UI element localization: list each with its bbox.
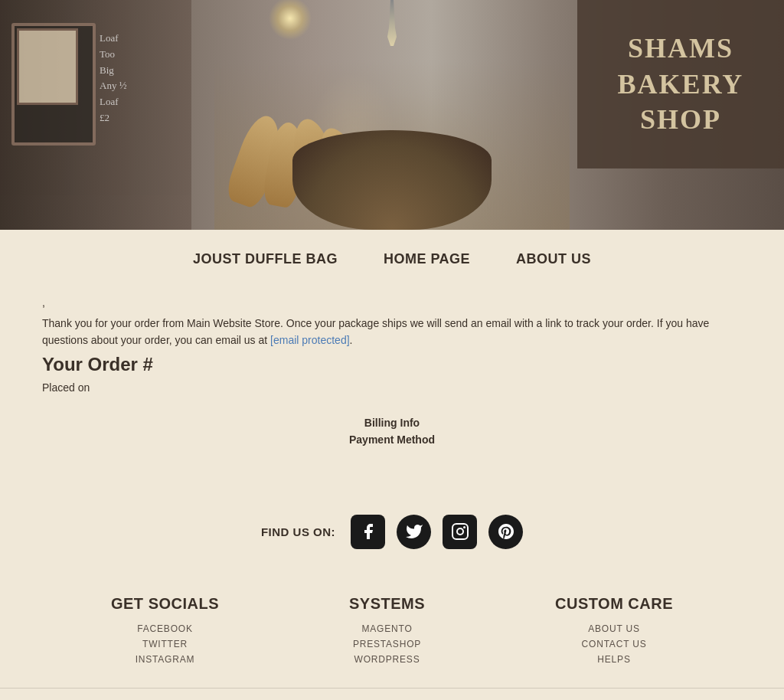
footer-link-about[interactable]: ABOUT US (555, 623, 673, 634)
footer-columns: GET SOCIALS FACEBOOK TWITTER INSTAGRAM S… (0, 580, 784, 688)
footer-link-instagram[interactable]: INSTAGRAM (111, 654, 219, 665)
svg-point-1 (457, 528, 463, 535)
comma-char: , (42, 296, 742, 309)
copyright-bar: COPYRIGHT ©2020 Magezon Themes Email, IN… (0, 688, 784, 700)
nav-item-duffle[interactable]: JOUST DUFFLE BAG (193, 251, 338, 267)
nav-item-about[interactable]: ABOUT US (516, 251, 591, 267)
main-nav: JOUST DUFFLE BAG HOME PAGE ABOUT US (0, 230, 784, 289)
order-details: Billing Info Payment Method (42, 417, 742, 446)
find-us-label: FIND US ON: (261, 525, 335, 538)
payment-method-label: Payment Method (349, 433, 435, 446)
main-content: , Thank you for your order from Main Web… (0, 289, 784, 499)
footer-col-systems: SYSTEMS MAGENTO PRESTASHOP WORDPRESS (349, 595, 425, 665)
hero-bread-area (214, 61, 570, 230)
footer-col-socials-title: GET SOCIALS (111, 595, 219, 613)
hero-chalkboard-text: LoafTooBigAny ½Loaf£2 (100, 31, 126, 126)
svg-point-2 (463, 526, 466, 528)
footer-col-care-title: CUSTOM CARE (555, 595, 673, 613)
hero-title: SHAMS BAKERY SHOP (618, 31, 744, 138)
footer-link-helps[interactable]: HELPS (555, 654, 673, 665)
billing-info-label: Billing Info (364, 417, 420, 429)
footer-col-systems-title: SYSTEMS (349, 595, 425, 613)
footer-link-twitter[interactable]: TWITTER (111, 639, 219, 649)
footer-col-care: CUSTOM CARE ABOUT US CONTACT US HELPS (555, 595, 673, 665)
svg-rect-0 (452, 524, 468, 539)
order-message: Thank you for your order from Main Websi… (42, 315, 742, 349)
footer-col-care-links: ABOUT US CONTACT US HELPS (555, 623, 673, 665)
footer-col-socials-links: FACEBOOK TWITTER INSTAGRAM (111, 623, 219, 665)
footer-link-facebook[interactable]: FACEBOOK (111, 623, 219, 634)
footer-col-systems-links: MAGENTO PRESTASHOP WORDPRESS (349, 623, 425, 665)
hero-basket (292, 130, 492, 230)
email-link[interactable]: [email protected] (270, 334, 350, 346)
footer-col-socials: GET SOCIALS FACEBOOK TWITTER INSTAGRAM (111, 595, 219, 665)
footer-link-wordpress[interactable]: WORDPRESS (349, 654, 425, 665)
facebook-icon[interactable] (351, 515, 385, 549)
hero-background: LoafTooBigAny ½Loaf£2 SHAMS BAKERY SHOP (0, 0, 784, 230)
placed-on: Placed on (42, 381, 742, 394)
social-section: FIND US ON: (0, 499, 784, 580)
hero-title-box: SHAMS BAKERY SHOP (577, 0, 784, 168)
hero-chalkboard (11, 23, 96, 146)
nav-item-home[interactable]: HOME PAGE (384, 251, 470, 267)
footer-link-prestashop[interactable]: PRESTASHOP (349, 639, 425, 649)
footer-link-magento[interactable]: MAGENTO (349, 623, 425, 634)
order-heading: Your Order # (42, 354, 742, 375)
twitter-icon[interactable] (397, 515, 431, 549)
footer-link-contact[interactable]: CONTACT US (555, 639, 673, 649)
hero-left-panel (0, 0, 191, 230)
hero-frame (17, 28, 78, 105)
instagram-icon[interactable] (443, 515, 477, 549)
hero-section: LoafTooBigAny ½Loaf£2 SHAMS BAKERY SHOP (0, 0, 784, 230)
pinterest-icon[interactable] (488, 515, 523, 549)
